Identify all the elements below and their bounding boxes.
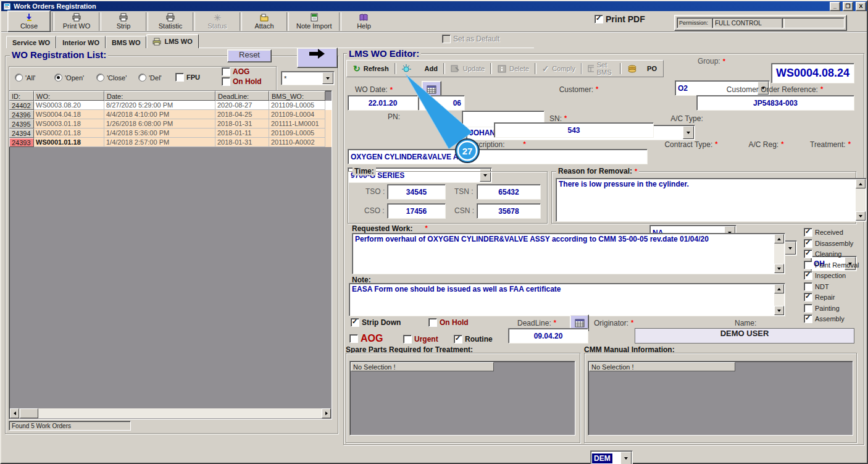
wo-time-field[interactable]: 06 xyxy=(418,95,465,111)
next-arrow-button[interactable] xyxy=(297,48,338,68)
print-pdf-checkbox[interactable] xyxy=(595,15,603,23)
customer-dropdown-icon[interactable] xyxy=(683,126,694,139)
deadline-field[interactable]: 09.04.20 xyxy=(508,328,588,344)
tso-field[interactable]: 34545 xyxy=(387,184,446,200)
close-window-button[interactable]: X xyxy=(856,2,866,11)
print-pdf-option[interactable]: Print PDF xyxy=(595,14,645,24)
on-hold-checkbox[interactable] xyxy=(428,318,437,327)
aog-filter-checkbox[interactable] xyxy=(222,67,230,76)
tab-service-wo[interactable]: Service WO xyxy=(6,36,56,48)
table-hscrollbar[interactable] xyxy=(10,408,331,418)
process-check-painting[interactable]: Painting xyxy=(804,304,840,313)
strip-down-checkbox[interactable] xyxy=(351,318,359,327)
process-check-disassembly[interactable]: Disassembly xyxy=(804,239,853,248)
attach-button[interactable]: Attach xyxy=(243,11,285,32)
radio-close[interactable]: 'Close' xyxy=(96,74,127,82)
radio-all-circle[interactable] xyxy=(15,74,23,82)
urgent-checkbox[interactable] xyxy=(403,335,412,344)
note-vscrollbar[interactable] xyxy=(774,284,784,315)
process-check-assembly[interactable]: Assembly xyxy=(804,314,845,323)
aog-option[interactable]: AOG xyxy=(349,333,383,344)
process-check-inspection[interactable]: Inspection xyxy=(804,271,846,280)
radio-close-circle[interactable] xyxy=(96,74,104,82)
requested-work-vscrollbar[interactable] xyxy=(774,234,784,273)
sn-field[interactable]: 543 xyxy=(494,122,654,138)
cmm-list[interactable]: No Selection ! xyxy=(588,361,853,436)
table-row[interactable]: 24396 WS0004.04.18 4/4/2018 4:10:00 PM 2… xyxy=(9,110,332,119)
strip-down-option[interactable]: Strip Down xyxy=(351,318,401,327)
requested-work-textarea[interactable]: Perform overhaul of OXYGEN CYLINDER&VALV… xyxy=(352,233,785,274)
minimize-button[interactable]: _ xyxy=(830,2,840,11)
col-header-bms-wo[interactable]: BMS_WO: xyxy=(269,91,325,101)
description-field[interactable]: OXYGEN CYLINDER&VALVE ASSY xyxy=(348,149,648,164)
cso-field[interactable]: 17456 xyxy=(387,203,446,219)
note-textarea[interactable]: EASA Form one should be issued as well a… xyxy=(349,283,785,316)
scroll-down-icon[interactable] xyxy=(774,306,784,315)
wo-date-field[interactable]: 22.01.20 xyxy=(348,95,418,111)
help-button[interactable]: Help xyxy=(343,11,385,32)
table-row-selected[interactable]: 24393 WS0001.01.18 1/4/2018 2:57:00 PM 2… xyxy=(9,138,332,147)
radio-open[interactable]: 'Open' xyxy=(54,74,84,82)
po-button[interactable]: PO xyxy=(622,64,662,74)
routine-checkbox[interactable] xyxy=(454,335,462,344)
process-check-received[interactable]: Received xyxy=(804,228,843,237)
scroll-up-icon[interactable] xyxy=(856,179,866,188)
strip-button[interactable]: Strip xyxy=(102,11,144,32)
radio-del[interactable]: 'Del' xyxy=(138,74,162,82)
originator-combo[interactable]: DEM xyxy=(590,450,633,464)
tab-interior-wo[interactable]: Interior WO xyxy=(56,36,106,48)
on-hold-option[interactable]: On Hold xyxy=(428,318,469,327)
ac-reg-dropdown-icon[interactable] xyxy=(785,242,796,255)
hscroll-thumb[interactable] xyxy=(20,408,38,418)
reason-textarea[interactable]: There is low pressure in the cylinder. xyxy=(556,178,867,222)
close-button[interactable]: Close xyxy=(7,11,51,32)
restore-button[interactable]: ❐ xyxy=(843,2,853,11)
process-check-cleaning[interactable]: Cleaning xyxy=(804,250,841,258)
reset-button[interactable]: Reset xyxy=(227,49,272,62)
col-header-wo[interactable]: WO: xyxy=(34,91,104,101)
process-check-repair[interactable]: Repair xyxy=(804,293,835,302)
scroll-up-icon[interactable] xyxy=(774,284,784,293)
refresh-button[interactable]: ↻ Refresh xyxy=(348,62,394,75)
table-row[interactable]: 24402 WS0003.08.20 8/27/2020 5:29:00 PM … xyxy=(9,101,332,110)
radio-del-circle[interactable] xyxy=(138,74,146,82)
process-check-paint-removal[interactable]: Paint Removal xyxy=(804,261,859,269)
table-row[interactable]: 24394 WS0002.01.18 1/4/2018 5:36:00 PM 2… xyxy=(9,129,332,138)
scroll-up-icon[interactable] xyxy=(774,234,784,243)
csn-field[interactable]: 35678 xyxy=(477,203,541,219)
spare-parts-list[interactable]: No Selection ! xyxy=(349,361,575,436)
tab-lms-wo[interactable]: LMS WO xyxy=(146,34,198,48)
scroll-down-icon[interactable] xyxy=(856,211,866,221)
contract-type-label: Contract Type: xyxy=(664,140,712,149)
aog-checkbox[interactable] xyxy=(349,334,358,343)
radio-all[interactable]: 'All' xyxy=(15,74,35,82)
tsn-field[interactable]: 65432 xyxy=(477,184,541,200)
fpu-option[interactable]: FPU xyxy=(175,73,200,82)
on-hold-filter-option[interactable]: On Hold xyxy=(220,77,263,86)
calendar-icon xyxy=(575,318,585,327)
scroll-left-icon[interactable] xyxy=(10,408,19,418)
tab-bms-wo[interactable]: BMS WO xyxy=(106,36,146,48)
col-header-date[interactable]: Date: xyxy=(104,91,215,101)
on-hold-filter-checkbox[interactable] xyxy=(222,77,230,86)
radio-open-circle[interactable] xyxy=(54,74,62,82)
table-row[interactable]: 24395 WS0003.01.18 1/26/2018 6:08:00 PM … xyxy=(9,119,332,129)
originator-dropdown-icon[interactable] xyxy=(620,452,632,464)
process-check-ndt[interactable]: NDT xyxy=(804,282,829,291)
aog-filter-option[interactable]: AOG xyxy=(220,67,251,76)
reason-vscrollbar[interactable] xyxy=(856,179,866,221)
col-header-id[interactable]: ID: xyxy=(9,91,34,101)
add-button[interactable]: Add xyxy=(397,63,443,75)
note-import-button[interactable]: Note Import xyxy=(290,11,338,32)
fpu-checkbox[interactable] xyxy=(175,73,184,82)
scroll-right-icon[interactable] xyxy=(322,408,331,418)
routine-option[interactable]: Routine xyxy=(454,335,493,344)
scroll-down-icon[interactable] xyxy=(774,264,784,273)
print-wo-button[interactable]: Print WO xyxy=(56,11,98,32)
urgent-option[interactable]: Urgent xyxy=(403,335,438,344)
wo-search-combo[interactable]: * xyxy=(281,71,335,85)
combo-dropdown-icon[interactable] xyxy=(322,72,333,84)
customer-order-reference-field[interactable]: JP54834-003 xyxy=(696,95,854,111)
statistic-button[interactable]: Statistic xyxy=(149,11,191,32)
col-header-deadline[interactable]: DeadLine: xyxy=(215,91,269,101)
